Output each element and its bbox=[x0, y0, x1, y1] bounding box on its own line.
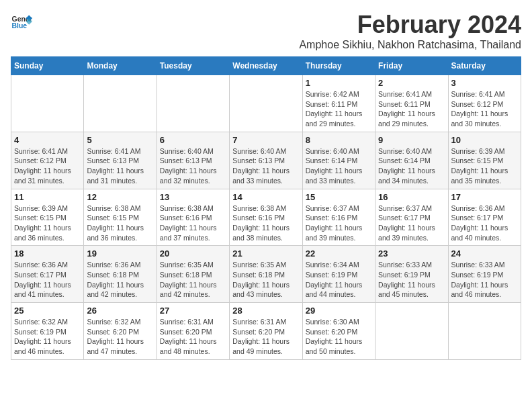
header-friday: Friday bbox=[375, 57, 448, 75]
calendar-cell: 6Sunrise: 6:40 AM Sunset: 6:13 PM Daylig… bbox=[157, 132, 229, 189]
date-number: 25 bbox=[14, 306, 81, 316]
calendar-cell: 10Sunrise: 6:39 AM Sunset: 6:15 PM Dayli… bbox=[448, 132, 521, 189]
date-number: 2 bbox=[378, 78, 445, 88]
calendar-title: February 2024 bbox=[299, 11, 521, 39]
page-header: General Blue February 2024 Amphoe Sikhiu… bbox=[11, 11, 521, 51]
cell-info: Sunrise: 6:41 AM Sunset: 6:11 PM Dayligh… bbox=[378, 89, 445, 129]
cell-info: Sunrise: 6:30 AM Sunset: 6:20 PM Dayligh… bbox=[306, 317, 372, 357]
date-number: 20 bbox=[160, 248, 226, 259]
date-number: 23 bbox=[378, 248, 445, 259]
calendar-header-row: Sunday Monday Tuesday Wednesday Thursday… bbox=[11, 57, 521, 75]
calendar-cell: 16Sunrise: 6:37 AM Sunset: 6:17 PM Dayli… bbox=[375, 189, 448, 246]
cell-info: Sunrise: 6:36 AM Sunset: 6:17 PM Dayligh… bbox=[14, 260, 81, 300]
calendar-subtitle: Amphoe Sikhiu, Nakhon Ratchasima, Thaila… bbox=[299, 39, 521, 51]
cell-info: Sunrise: 6:39 AM Sunset: 6:15 PM Dayligh… bbox=[451, 146, 518, 186]
calendar-cell: 13Sunrise: 6:38 AM Sunset: 6:16 PM Dayli… bbox=[157, 189, 229, 246]
date-number: 17 bbox=[451, 192, 518, 202]
cell-info: Sunrise: 6:31 AM Sunset: 6:20 PM Dayligh… bbox=[232, 317, 299, 357]
calendar-cell: 29Sunrise: 6:30 AM Sunset: 6:20 PM Dayli… bbox=[302, 303, 375, 360]
header-tuesday: Tuesday bbox=[157, 57, 229, 75]
calendar-cell: 22Sunrise: 6:34 AM Sunset: 6:19 PM Dayli… bbox=[302, 246, 375, 303]
cell-info: Sunrise: 6:40 AM Sunset: 6:14 PM Dayligh… bbox=[306, 146, 372, 186]
calendar-cell: 1Sunrise: 6:42 AM Sunset: 6:11 PM Daylig… bbox=[302, 75, 375, 132]
calendar-cell: 15Sunrise: 6:37 AM Sunset: 6:16 PM Dayli… bbox=[302, 189, 375, 246]
calendar-cell: 14Sunrise: 6:38 AM Sunset: 6:16 PM Dayli… bbox=[230, 189, 302, 246]
date-number: 13 bbox=[160, 192, 226, 202]
calendar-cell bbox=[230, 75, 302, 132]
calendar-week-4: 18Sunrise: 6:36 AM Sunset: 6:17 PM Dayli… bbox=[11, 246, 521, 303]
calendar-cell bbox=[375, 303, 448, 360]
date-number: 19 bbox=[87, 248, 153, 259]
cell-info: Sunrise: 6:35 AM Sunset: 6:18 PM Dayligh… bbox=[160, 260, 226, 300]
cell-info: Sunrise: 6:32 AM Sunset: 6:19 PM Dayligh… bbox=[14, 317, 81, 357]
date-number: 9 bbox=[378, 135, 445, 145]
calendar-table: Sunday Monday Tuesday Wednesday Thursday… bbox=[11, 56, 521, 360]
title-section: February 2024 Amphoe Sikhiu, Nakhon Ratc… bbox=[299, 11, 521, 51]
header-saturday: Saturday bbox=[448, 57, 521, 75]
cell-info: Sunrise: 6:40 AM Sunset: 6:14 PM Dayligh… bbox=[378, 146, 445, 186]
cell-info: Sunrise: 6:42 AM Sunset: 6:11 PM Dayligh… bbox=[306, 89, 372, 129]
calendar-cell: 21Sunrise: 6:35 AM Sunset: 6:18 PM Dayli… bbox=[230, 246, 302, 303]
cell-info: Sunrise: 6:35 AM Sunset: 6:18 PM Dayligh… bbox=[232, 260, 299, 300]
calendar-cell: 11Sunrise: 6:39 AM Sunset: 6:15 PM Dayli… bbox=[11, 189, 84, 246]
date-number: 12 bbox=[87, 192, 153, 202]
date-number: 4 bbox=[14, 135, 81, 145]
calendar-cell: 17Sunrise: 6:36 AM Sunset: 6:17 PM Dayli… bbox=[448, 189, 521, 246]
cell-info: Sunrise: 6:38 AM Sunset: 6:16 PM Dayligh… bbox=[232, 203, 299, 243]
date-number: 5 bbox=[87, 135, 153, 145]
cell-info: Sunrise: 6:40 AM Sunset: 6:13 PM Dayligh… bbox=[160, 146, 226, 186]
calendar-cell: 25Sunrise: 6:32 AM Sunset: 6:19 PM Dayli… bbox=[11, 303, 84, 360]
header-wednesday: Wednesday bbox=[230, 57, 302, 75]
calendar-cell bbox=[448, 303, 521, 360]
date-number: 8 bbox=[306, 135, 372, 145]
calendar-cell: 27Sunrise: 6:31 AM Sunset: 6:20 PM Dayli… bbox=[157, 303, 229, 360]
date-number: 15 bbox=[306, 192, 372, 202]
calendar-cell: 8Sunrise: 6:40 AM Sunset: 6:14 PM Daylig… bbox=[302, 132, 375, 189]
calendar-week-1: 1Sunrise: 6:42 AM Sunset: 6:11 PM Daylig… bbox=[11, 75, 521, 132]
cell-info: Sunrise: 6:36 AM Sunset: 6:17 PM Dayligh… bbox=[451, 203, 518, 243]
calendar-cell: 9Sunrise: 6:40 AM Sunset: 6:14 PM Daylig… bbox=[375, 132, 448, 189]
calendar-cell: 12Sunrise: 6:38 AM Sunset: 6:15 PM Dayli… bbox=[84, 189, 157, 246]
logo: General Blue bbox=[11, 11, 32, 32]
cell-info: Sunrise: 6:37 AM Sunset: 6:17 PM Dayligh… bbox=[378, 203, 445, 243]
calendar-cell: 4Sunrise: 6:41 AM Sunset: 6:12 PM Daylig… bbox=[11, 132, 84, 189]
cell-info: Sunrise: 6:41 AM Sunset: 6:12 PM Dayligh… bbox=[451, 89, 518, 129]
date-number: 24 bbox=[451, 248, 518, 259]
cell-info: Sunrise: 6:38 AM Sunset: 6:16 PM Dayligh… bbox=[160, 203, 226, 243]
date-number: 22 bbox=[306, 248, 372, 259]
cell-info: Sunrise: 6:33 AM Sunset: 6:19 PM Dayligh… bbox=[451, 260, 518, 300]
cell-info: Sunrise: 6:33 AM Sunset: 6:19 PM Dayligh… bbox=[378, 260, 445, 300]
calendar-cell bbox=[84, 75, 157, 132]
cell-info: Sunrise: 6:36 AM Sunset: 6:18 PM Dayligh… bbox=[87, 260, 153, 300]
date-number: 29 bbox=[306, 306, 372, 316]
calendar-cell: 28Sunrise: 6:31 AM Sunset: 6:20 PM Dayli… bbox=[230, 303, 302, 360]
date-number: 10 bbox=[451, 135, 518, 145]
cell-info: Sunrise: 6:39 AM Sunset: 6:15 PM Dayligh… bbox=[14, 203, 81, 243]
date-number: 21 bbox=[232, 248, 299, 259]
calendar-cell: 19Sunrise: 6:36 AM Sunset: 6:18 PM Dayli… bbox=[84, 246, 157, 303]
cell-info: Sunrise: 6:34 AM Sunset: 6:19 PM Dayligh… bbox=[306, 260, 372, 300]
date-number: 14 bbox=[232, 192, 299, 202]
header-sunday: Sunday bbox=[11, 57, 84, 75]
header-thursday: Thursday bbox=[302, 57, 375, 75]
cell-info: Sunrise: 6:41 AM Sunset: 6:12 PM Dayligh… bbox=[14, 146, 81, 186]
calendar-cell: 5Sunrise: 6:41 AM Sunset: 6:13 PM Daylig… bbox=[84, 132, 157, 189]
cell-info: Sunrise: 6:38 AM Sunset: 6:15 PM Dayligh… bbox=[87, 203, 153, 243]
calendar-cell: 2Sunrise: 6:41 AM Sunset: 6:11 PM Daylig… bbox=[375, 75, 448, 132]
calendar-week-2: 4Sunrise: 6:41 AM Sunset: 6:12 PM Daylig… bbox=[11, 132, 521, 189]
calendar-week-5: 25Sunrise: 6:32 AM Sunset: 6:19 PM Dayli… bbox=[11, 303, 521, 360]
calendar-cell: 3Sunrise: 6:41 AM Sunset: 6:12 PM Daylig… bbox=[448, 75, 521, 132]
cell-info: Sunrise: 6:41 AM Sunset: 6:13 PM Dayligh… bbox=[87, 146, 153, 186]
calendar-cell: 24Sunrise: 6:33 AM Sunset: 6:19 PM Dayli… bbox=[448, 246, 521, 303]
cell-info: Sunrise: 6:40 AM Sunset: 6:13 PM Dayligh… bbox=[232, 146, 299, 186]
calendar-cell: 23Sunrise: 6:33 AM Sunset: 6:19 PM Dayli… bbox=[375, 246, 448, 303]
date-number: 26 bbox=[87, 306, 153, 316]
calendar-week-3: 11Sunrise: 6:39 AM Sunset: 6:15 PM Dayli… bbox=[11, 189, 521, 246]
calendar-cell bbox=[157, 75, 229, 132]
date-number: 18 bbox=[14, 248, 81, 259]
calendar-cell bbox=[11, 75, 84, 132]
cell-info: Sunrise: 6:37 AM Sunset: 6:16 PM Dayligh… bbox=[306, 203, 372, 243]
calendar-cell: 20Sunrise: 6:35 AM Sunset: 6:18 PM Dayli… bbox=[157, 246, 229, 303]
date-number: 3 bbox=[451, 78, 518, 88]
date-number: 6 bbox=[160, 135, 226, 145]
